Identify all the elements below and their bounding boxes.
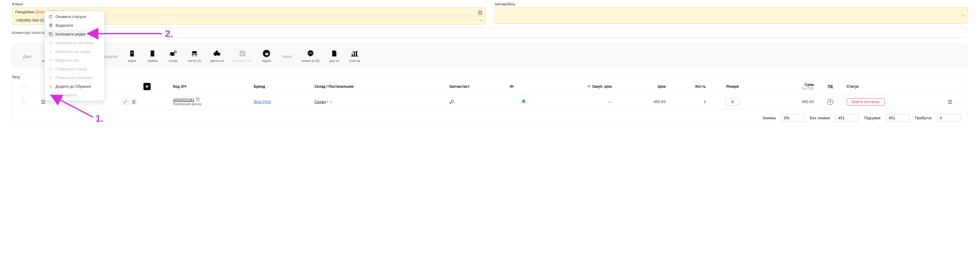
buy-price-cell: — — [541, 94, 614, 110]
edit-icon[interactable] — [123, 99, 129, 105]
col-reserve[interactable]: Резерв — [709, 79, 756, 94]
col-buy-price[interactable]: 👁Закуп. ціна — [541, 79, 614, 94]
tab-other[interactable]: Інше — [278, 54, 296, 62]
tab-review-label: відгук — [262, 59, 271, 62]
svg-point-7 — [310, 53, 311, 54]
engine-icon — [213, 49, 221, 58]
ctx-refresh-label: Оновити статуси — [56, 14, 86, 19]
vehicle-dropdown-icon[interactable] — [962, 15, 965, 16]
ctx-copy-label: Копіювати рядки — [56, 32, 86, 36]
totals-bar: Знижка Без знижки Підсумок Прибуток — [12, 110, 968, 126]
tab-data[interactable]: Дані — [18, 54, 36, 62]
tab-stats[interactable]: стат-ка — [346, 49, 363, 62]
help-icon[interactable]: ? — [827, 99, 833, 105]
bag-icon — [48, 40, 53, 45]
brand-link[interactable]: Blue Print — [254, 99, 270, 104]
ctx-return-supplier-label: Повернути постачал. — [56, 75, 94, 80]
star-icon: ★ — [48, 84, 53, 89]
tab-map[interactable]: карта — [123, 49, 141, 62]
table-row: ADG022161 Повітряний фільтр Blue Print С… — [12, 94, 968, 110]
comment-input[interactable]: нта — [48, 28, 968, 38]
part-code-link[interactable]: ADG022161 — [173, 98, 194, 102]
col-pd[interactable]: ПД — [817, 79, 844, 94]
copy-code-icon[interactable] — [196, 98, 200, 102]
stock-link[interactable]: Склад — [315, 99, 326, 104]
col-status[interactable]: Статус — [844, 79, 945, 94]
ctx-delete[interactable]: Видалити — [45, 21, 104, 30]
car-search-icon — [169, 49, 177, 58]
tab-overview-label: огляд — [169, 59, 177, 62]
tab-stats-label: стат-ка — [349, 59, 360, 62]
badge-check-icon — [238, 49, 247, 58]
table-header-row: ★ Код З/Ч Бренд Склад / Постачальник Зап… — [12, 79, 968, 94]
wrench-icon[interactable] — [449, 99, 504, 104]
row-checkbox[interactable] — [22, 99, 27, 104]
tab-comments-label: комен-рі (0) — [302, 59, 320, 62]
svg-point-8 — [312, 53, 312, 54]
ctx-order: Замовити у постачал. — [45, 38, 104, 47]
ctx-favorite[interactable]: ★ Додати до Обраних — [45, 82, 104, 91]
subtotal-label: Підсумок — [864, 116, 881, 120]
col-sum[interactable]: Сумабез ПДВ — [756, 79, 817, 94]
discount-input[interactable] — [781, 114, 805, 122]
ctx-return-shop-label: Повернути з цеху — [56, 67, 87, 71]
discount-label: Знижка — [762, 116, 776, 120]
col-qty[interactable]: Кіл-ть — [668, 79, 709, 94]
tab-posts-label: пости (1) — [188, 59, 201, 62]
tab-posts[interactable]: пости (1) — [185, 49, 204, 62]
trash-icon — [48, 23, 53, 28]
book-icon[interactable] — [131, 99, 137, 105]
no-discount-input[interactable] — [835, 114, 859, 122]
ctx-delete-label: Видалити — [56, 23, 73, 28]
tab-data-label: Дані — [23, 54, 31, 62]
vehicle-field[interactable] — [495, 8, 968, 24]
find-supplier-button[interactable]: Знайти постачал. — [847, 98, 885, 106]
col-price[interactable]: Ціна — [614, 79, 668, 94]
reserve-input[interactable] — [725, 98, 740, 106]
ctx-refresh[interactable]: Оновити статуси — [45, 12, 104, 21]
tab-request-label: заявка — [147, 59, 158, 62]
part-desc: Повітряний фільтр — [173, 102, 248, 106]
tab-recom-label: реком-ції (0) — [233, 59, 252, 62]
ctx-install-label: Встановити — [56, 93, 76, 98]
chart-bars-icon — [350, 49, 359, 58]
client-phone-dropdown-icon[interactable] — [479, 19, 482, 21]
col-ih[interactable]: ІН — [507, 79, 541, 94]
ctx-order-label: Замовити у постачал. — [56, 40, 95, 45]
tabbar: Дані роботи задачі (0) Процеси карта зая… — [12, 43, 968, 68]
eye-crossed-icon: 👁 — [587, 85, 591, 89]
tab-diag[interactable]: діагно-ка — [207, 49, 227, 62]
tab-docs-label: док-ти — [329, 59, 339, 62]
svg-rect-10 — [197, 99, 199, 101]
ctx-return-shop: Повернути з цеху — [45, 65, 104, 73]
row-actions-icon[interactable] — [948, 100, 965, 104]
undo-icon — [48, 75, 53, 80]
tab-comments[interactable]: комен-рі (0) — [299, 49, 323, 62]
svg-rect-3 — [239, 50, 245, 56]
select-all-checkbox[interactable] — [22, 83, 27, 88]
subtotal-input[interactable] — [886, 114, 910, 122]
context-menu: Оновити статуси Видалити Копіювати рядки… — [45, 11, 104, 101]
col-brand[interactable]: Бренд — [251, 79, 312, 94]
col-stock[interactable]: Склад / Постачальник — [312, 79, 446, 94]
ctx-copy[interactable]: Копіювати рядки — [45, 30, 104, 38]
ctx-accept: Прийняти на склад — [45, 47, 104, 56]
ctx-issue: Видати в цех — [45, 56, 104, 65]
ctx-favorite-label: Додати до Обраних — [56, 84, 91, 89]
comment-label: Коментарі клієнта — [12, 30, 45, 35]
tab-recom[interactable]: реком-ції (0) — [230, 49, 255, 62]
tab-request[interactable]: заявка — [144, 49, 161, 62]
favorites-filter-button[interactable]: ★ — [143, 83, 151, 90]
tab-docs[interactable]: док-ти — [326, 49, 343, 62]
tab-review[interactable]: відгук — [258, 49, 275, 62]
ctx-install: Встановити — [45, 91, 104, 99]
tab-overview[interactable]: огляд — [164, 49, 181, 62]
profit-input[interactable] — [937, 114, 961, 122]
col-code[interactable]: Код З/Ч — [170, 79, 251, 94]
parts-table: facg ★ Код З/Ч Бренд Склад / Постачальни… — [12, 74, 968, 126]
svg-rect-1 — [50, 34, 52, 36]
col-spare[interactable]: Запчастист — [446, 79, 507, 94]
wrench-alt-icon — [48, 93, 53, 98]
ctx-issue-label: Видати в цех — [56, 58, 79, 62]
client-menu-icon[interactable] — [478, 11, 482, 14]
